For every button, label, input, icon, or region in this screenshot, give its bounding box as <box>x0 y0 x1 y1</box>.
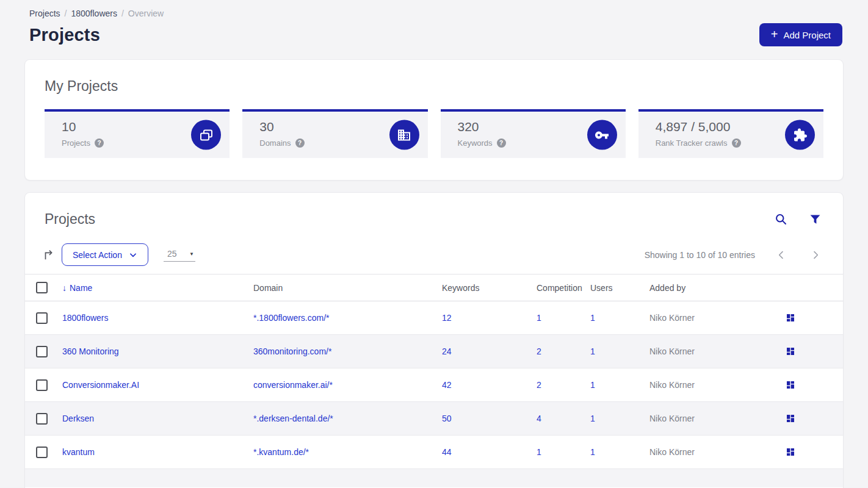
dashboard-icon <box>786 346 795 356</box>
export-button[interactable] <box>40 246 58 264</box>
projects-table-title: Projects <box>45 211 95 228</box>
next-page-button[interactable] <box>809 248 822 262</box>
competition-value: 2 <box>537 346 590 356</box>
select-all-checkbox[interactable] <box>36 282 48 293</box>
stat-card-rank-tracker: 4,897 / 5,000 Rank Tracker crawls ? <box>638 109 823 158</box>
building-icon <box>389 120 419 150</box>
keywords-value: 50 <box>442 414 537 423</box>
help-icon[interactable]: ? <box>95 138 104 148</box>
table-toolbar: Select Action 25 ▼ Showing 1 to 10 of 10… <box>25 228 843 266</box>
column-label: Name <box>70 283 92 293</box>
select-action-label: Select Action <box>73 250 122 260</box>
stat-label-text: Keywords <box>458 138 493 148</box>
table-row: 1800flowers *.1800flowers.com/* 12 1 1 N… <box>25 301 843 335</box>
chevron-down-icon <box>129 251 137 259</box>
key-icon <box>587 120 617 150</box>
breadcrumb-item-1800flowers[interactable]: 1800flowers <box>71 9 117 18</box>
projects-stack-icon <box>191 120 221 150</box>
added-by-value: Niko Körner <box>649 380 771 390</box>
users-value: 1 <box>590 380 649 390</box>
keywords-value: 12 <box>442 313 537 323</box>
project-name-link[interactable]: Conversionmaker.AI <box>62 380 139 390</box>
keywords-value: 24 <box>442 346 537 356</box>
project-name-link[interactable]: 360 Monitoring <box>62 346 119 356</box>
users-value: 1 <box>590 414 649 423</box>
project-domain-link[interactable]: conversionmaker.ai/* <box>253 380 333 390</box>
page-size-value: 25 <box>167 249 177 259</box>
search-button[interactable] <box>773 212 789 227</box>
project-dashboard-button[interactable] <box>784 412 797 425</box>
project-dashboard-button[interactable] <box>784 312 797 324</box>
competition-value: 1 <box>537 313 590 323</box>
dashboard-icon <box>786 414 795 423</box>
project-name-link[interactable]: kvantum <box>62 447 95 457</box>
project-domain-link[interactable]: 360monitoring.com/* <box>253 346 331 356</box>
project-domain-link[interactable]: *.1800flowers.com/* <box>253 313 330 323</box>
add-project-label: Add Project <box>783 30 831 40</box>
keywords-value: 42 <box>442 380 537 390</box>
project-domain-link[interactable]: *.kvantum.de/* <box>253 447 309 457</box>
stat-card-domains: 30 Domains ? <box>242 109 427 158</box>
project-dashboard-button[interactable] <box>784 379 797 391</box>
help-icon[interactable]: ? <box>497 138 506 148</box>
row-checkbox[interactable] <box>36 346 48 357</box>
project-name-link[interactable]: 1800flowers <box>62 313 109 323</box>
keywords-value: 44 <box>442 447 537 457</box>
table-header-row: ↓ Name Domain Keywords Competition Users… <box>25 274 843 301</box>
table-row: kvantum *.kvantum.de/* 44 1 1 Niko Körne… <box>25 436 843 469</box>
plus-icon: + <box>771 28 778 40</box>
filter-icon <box>809 214 821 225</box>
row-checkbox[interactable] <box>36 312 48 324</box>
chevron-right-icon <box>811 250 820 260</box>
projects-table: ↓ Name Domain Keywords Competition Users… <box>25 274 843 487</box>
select-action-button[interactable]: Select Action <box>62 243 148 266</box>
competition-value: 4 <box>537 414 590 423</box>
page-size-select[interactable]: 25 ▼ <box>164 248 195 262</box>
column-header-domain[interactable]: Domain <box>253 283 442 293</box>
my-projects-card: My Projects 10 Projects ? 30 Domains ? <box>24 59 844 181</box>
competition-value: 2 <box>537 380 590 390</box>
table-row: Derksen *.derksen-dental.de/* 50 4 1 Nik… <box>25 402 843 436</box>
users-value: 1 <box>590 346 649 356</box>
breadcrumb-separator: / <box>121 9 124 18</box>
users-value: 1 <box>590 313 649 323</box>
project-domain-link[interactable]: *.derksen-dental.de/* <box>253 414 333 423</box>
help-icon[interactable]: ? <box>732 138 741 148</box>
row-checkbox[interactable] <box>36 447 48 458</box>
dashboard-icon <box>786 380 795 390</box>
add-project-button[interactable]: + Add Project <box>759 23 842 46</box>
filter-button[interactable] <box>808 212 822 226</box>
stat-label-text: Projects <box>62 138 90 148</box>
row-checkbox[interactable] <box>36 413 48 425</box>
added-by-value: Niko Körner <box>649 346 771 356</box>
stats-row: 10 Projects ? 30 Domains ? <box>45 109 823 158</box>
projects-table-card: Projects Select Action <box>24 192 844 488</box>
dropdown-arrow-icon: ▼ <box>189 251 194 257</box>
project-name-link[interactable]: Derksen <box>62 414 94 423</box>
stat-card-keywords: 320 Keywords ? <box>441 109 626 158</box>
column-header-users[interactable]: Users <box>590 283 649 293</box>
page-header: Projects + Add Project <box>0 18 868 46</box>
breadcrumb-item-overview: Overview <box>128 9 164 18</box>
column-header-competition[interactable]: Competition <box>537 283 590 293</box>
breadcrumb-item-projects[interactable]: Projects <box>29 9 60 18</box>
sort-desc-icon: ↓ <box>62 283 67 293</box>
column-header-keywords[interactable]: Keywords <box>442 283 537 293</box>
column-header-name[interactable]: ↓ Name <box>62 283 253 293</box>
added-by-value: Niko Körner <box>649 447 771 457</box>
dashboard-icon <box>786 447 795 457</box>
table-row <box>25 469 843 487</box>
row-checkbox[interactable] <box>36 379 48 391</box>
table-row: Conversionmaker.AI conversionmaker.ai/* … <box>25 368 843 402</box>
search-icon <box>775 213 787 226</box>
chevron-left-icon <box>776 250 786 260</box>
breadcrumb: Projects / 1800flowers / Overview <box>0 0 868 18</box>
project-dashboard-button[interactable] <box>784 345 797 357</box>
prev-page-button[interactable] <box>775 248 788 262</box>
project-dashboard-button[interactable] <box>784 446 797 458</box>
stat-label-text: Domains <box>259 138 291 148</box>
help-icon[interactable]: ? <box>295 138 305 148</box>
stat-label-text: Rank Tracker crawls <box>656 138 728 148</box>
breadcrumb-separator: / <box>65 9 67 18</box>
column-header-added-by[interactable]: Added by <box>649 283 771 293</box>
